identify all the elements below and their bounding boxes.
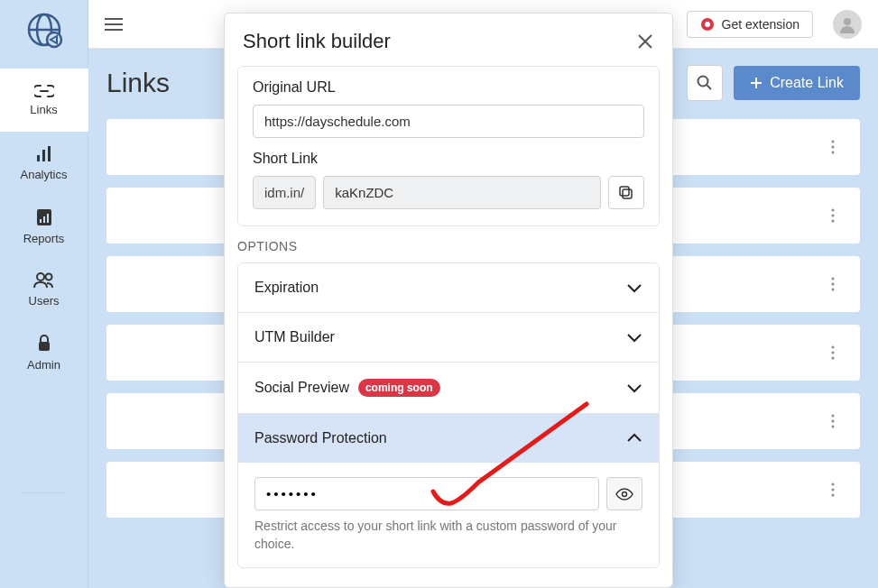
row-menu-button[interactable]: [822, 338, 844, 367]
svg-point-37: [832, 420, 835, 423]
row-menu-button[interactable]: [822, 475, 844, 504]
password-input[interactable]: [254, 477, 599, 510]
accordion-title: Social Preview: [254, 380, 349, 396]
close-button[interactable]: [636, 32, 654, 51]
row-menu-button[interactable]: [822, 270, 844, 299]
svg-point-46: [623, 492, 627, 496]
svg-point-20: [698, 77, 708, 87]
svg-rect-10: [47, 214, 49, 223]
accordion-title: Password Protection: [254, 430, 387, 446]
svg-point-41: [832, 494, 835, 497]
accordion-body-password: Restrict access to your short link with …: [238, 463, 659, 567]
accordion-title: UTM Builder: [254, 329, 335, 345]
svg-rect-45: [620, 187, 629, 196]
copy-button[interactable]: [608, 176, 644, 209]
chevron-down-icon: [626, 282, 642, 293]
svg-point-19: [844, 18, 851, 25]
plus-icon: [750, 77, 762, 89]
svg-point-12: [45, 273, 51, 280]
chrome-icon: [700, 17, 715, 32]
svg-point-30: [832, 278, 835, 280]
svg-point-39: [832, 483, 835, 486]
sidebar-item-analytics[interactable]: Analytics: [0, 132, 88, 195]
svg-point-40: [832, 489, 835, 492]
sidebar-item-label: Analytics: [20, 168, 67, 181]
svg-point-32: [832, 289, 835, 291]
modal-body: Original URL Short Link idm.in/ OPTIONS …: [225, 66, 672, 587]
svg-rect-8: [40, 219, 42, 223]
short-link-modal: Short link builder Original URL Short Li…: [224, 13, 673, 588]
sidebar-item-label: Admin: [27, 358, 60, 372]
options-accordion: Expiration UTM Builder Social Preview co…: [237, 262, 660, 568]
accordion-header-expiration[interactable]: Expiration: [238, 263, 659, 312]
create-link-button[interactable]: Create Link: [734, 66, 860, 100]
modal-title: Short link builder: [243, 30, 636, 53]
coming-soon-badge: coming soon: [358, 379, 440, 397]
row-menu-button[interactable]: [822, 133, 844, 161]
svg-point-36: [832, 415, 835, 418]
avatar[interactable]: [833, 10, 862, 39]
close-icon: [636, 32, 654, 51]
svg-point-35: [832, 357, 835, 360]
svg-rect-4: [37, 155, 40, 161]
row-menu-button[interactable]: [822, 201, 844, 230]
sidebar-item-label: Reports: [23, 232, 65, 245]
slug-input[interactable]: [323, 176, 601, 209]
svg-rect-9: [43, 216, 45, 223]
accordion-header-utm[interactable]: UTM Builder: [238, 313, 659, 362]
accordion-header-social[interactable]: Social Preview coming soon: [238, 363, 659, 413]
toggle-password-visibility[interactable]: [606, 477, 642, 510]
svg-rect-5: [42, 150, 45, 161]
svg-point-33: [832, 346, 835, 349]
sidebar-divider: [22, 492, 67, 493]
url-card: Original URL Short Link idm.in/: [237, 66, 660, 226]
sidebar-item-links[interactable]: Links: [0, 69, 88, 132]
password-help-text: Restrict access to your short link with …: [254, 518, 642, 553]
accordion-item-expiration: Expiration: [238, 263, 659, 313]
svg-point-11: [37, 273, 44, 280]
search-icon: [697, 75, 713, 91]
chevron-down-icon: [626, 382, 642, 393]
create-link-label: Create Link: [770, 75, 844, 91]
search-button[interactable]: [687, 65, 723, 101]
sidebar-item-users[interactable]: Users: [0, 258, 88, 321]
reports-icon: [36, 208, 52, 226]
svg-rect-6: [48, 146, 51, 161]
svg-point-25: [832, 146, 835, 149]
accordion-item-utm: UTM Builder: [238, 313, 659, 363]
eye-icon: [615, 488, 633, 501]
lock-icon: [37, 335, 51, 353]
sidebar-item-label: Links: [30, 103, 57, 116]
get-extension-label: Get extension: [722, 17, 799, 32]
accordion-item-password: Password Protection Restrict access to y…: [238, 414, 659, 567]
accordion-title: Expiration: [254, 280, 319, 296]
svg-point-38: [832, 426, 835, 428]
svg-point-26: [832, 152, 835, 154]
svg-point-18: [705, 22, 710, 27]
modal-header: Short link builder: [225, 14, 672, 66]
link-icon: [34, 85, 54, 97]
sidebar-item-label: Users: [29, 294, 60, 308]
row-menu-button[interactable]: [822, 407, 844, 436]
short-link-label: Short Link: [253, 151, 644, 167]
analytics-icon: [35, 146, 53, 162]
get-extension-button[interactable]: Get extension: [687, 11, 813, 38]
original-url-input[interactable]: [253, 105, 644, 138]
sidebar-item-reports[interactable]: Reports: [0, 195, 88, 258]
svg-point-29: [832, 220, 835, 223]
svg-point-28: [832, 215, 835, 217]
copy-icon: [618, 185, 634, 201]
sidebar: Links Analytics Reports Users Admin: [0, 0, 88, 588]
svg-line-21: [707, 85, 711, 89]
svg-rect-13: [39, 342, 50, 351]
accordion-header-password[interactable]: Password Protection: [238, 414, 659, 463]
svg-point-27: [832, 209, 835, 212]
options-label: OPTIONS: [237, 239, 660, 253]
original-url-label: Original URL: [253, 79, 644, 96]
sidebar-item-admin[interactable]: Admin: [0, 321, 88, 384]
domain-prefix: idm.in/: [253, 176, 316, 209]
hamburger-icon[interactable]: [105, 17, 123, 32]
chevron-down-icon: [626, 332, 642, 343]
accordion-item-social: Social Preview coming soon: [238, 363, 659, 414]
svg-point-31: [832, 283, 835, 286]
